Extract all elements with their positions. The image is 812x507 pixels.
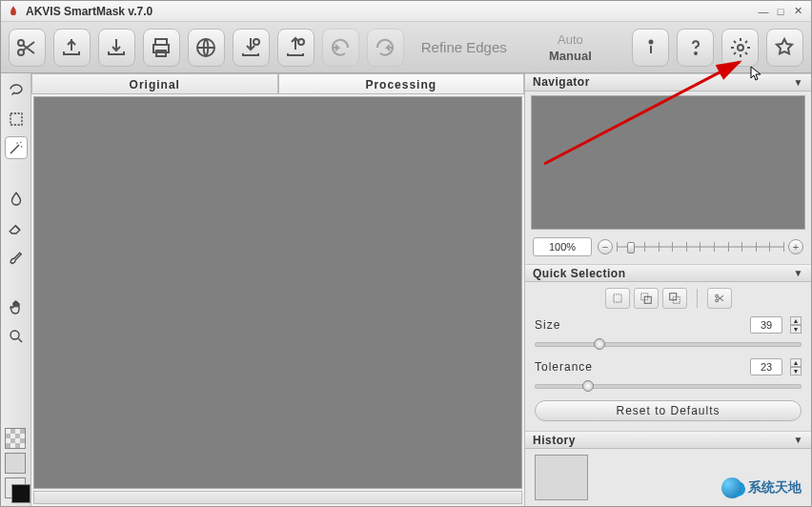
export-preset-button[interactable] bbox=[277, 29, 315, 67]
svg-point-12 bbox=[10, 331, 19, 339]
background-swatch[interactable] bbox=[5, 453, 26, 474]
right-panel: Navigator ▼ 100% − + Quick Selection ▼ bbox=[525, 73, 811, 506]
reset-defaults-button[interactable]: Reset to Defaults bbox=[535, 400, 802, 421]
tolerance-spinner[interactable]: ▲▼ bbox=[790, 358, 802, 375]
history-thumbnail[interactable] bbox=[535, 455, 588, 500]
navigator-header[interactable]: Navigator ▼ bbox=[525, 73, 811, 91]
lasso-tool[interactable] bbox=[5, 79, 28, 102]
size-value[interactable]: 39 bbox=[750, 316, 782, 334]
tab-processing[interactable]: Processing bbox=[278, 73, 525, 94]
svg-point-7 bbox=[298, 39, 304, 45]
redo-button[interactable] bbox=[367, 29, 404, 67]
zoom-slider-thumb[interactable] bbox=[627, 242, 635, 254]
foreground-swatch[interactable] bbox=[5, 477, 26, 498]
favorite-button[interactable] bbox=[766, 29, 803, 67]
zoom-in-button[interactable]: + bbox=[788, 239, 803, 254]
mode-switch[interactable]: Auto Manual bbox=[524, 32, 617, 63]
zoom-out-button[interactable]: − bbox=[598, 239, 613, 254]
selection-cut-button[interactable] bbox=[707, 288, 732, 309]
app-logo-icon bbox=[7, 5, 20, 18]
history-title: History bbox=[533, 434, 576, 447]
navigator-title: Navigator bbox=[533, 75, 590, 89]
print-button[interactable] bbox=[143, 29, 180, 67]
help-button[interactable] bbox=[677, 29, 714, 67]
quick-selection-title: Quick Selection bbox=[533, 267, 626, 280]
hand-tool[interactable] bbox=[5, 296, 28, 319]
view-tabs: Original Processing bbox=[31, 73, 524, 94]
refine-edges-button[interactable]: Refine Edges bbox=[412, 39, 517, 55]
canvas-area: Original Processing bbox=[31, 73, 525, 506]
main-toolbar: Refine Edges Auto Manual bbox=[1, 22, 811, 73]
selection-add-button[interactable] bbox=[634, 288, 659, 309]
history-header[interactable]: History ▼ bbox=[525, 431, 811, 449]
chevron-down-icon: ▼ bbox=[794, 268, 803, 278]
minimize-button[interactable]: — bbox=[756, 5, 771, 18]
settings-button[interactable] bbox=[721, 29, 759, 67]
swatch-group bbox=[5, 428, 28, 498]
navigator-view[interactable] bbox=[531, 95, 805, 230]
zoom-tool[interactable] bbox=[5, 325, 28, 348]
window-title: AKVIS SmartMask v.7.0 bbox=[26, 5, 754, 18]
import-preset-button[interactable] bbox=[233, 29, 270, 67]
tolerance-label: Tolerance bbox=[535, 360, 742, 374]
zoom-slider[interactable] bbox=[617, 240, 784, 254]
magic-wand-tool[interactable] bbox=[5, 136, 28, 159]
svg-point-8 bbox=[649, 40, 652, 43]
marquee-tool[interactable] bbox=[5, 108, 28, 131]
history-body bbox=[525, 449, 811, 506]
tool-strip bbox=[1, 73, 31, 506]
svg-point-9 bbox=[695, 52, 697, 54]
svg-rect-13 bbox=[613, 294, 620, 302]
scissors-button[interactable] bbox=[9, 29, 46, 67]
horizontal-scrollbar[interactable] bbox=[33, 491, 522, 504]
size-label: Size bbox=[535, 318, 742, 332]
save-button[interactable] bbox=[98, 29, 135, 67]
brush-tool[interactable] bbox=[5, 245, 28, 268]
svg-point-6 bbox=[254, 39, 259, 45]
eraser-tool[interactable] bbox=[5, 216, 28, 239]
quick-selection-body: Size 39 ▲▼ Tolerance 23 ▲▼ Reset to Defa… bbox=[525, 282, 811, 431]
mode-auto[interactable]: Auto bbox=[524, 32, 617, 47]
tolerance-value[interactable]: 23 bbox=[750, 358, 782, 375]
close-button[interactable]: ✕ bbox=[790, 5, 805, 18]
canvas[interactable] bbox=[33, 96, 522, 489]
tolerance-slider[interactable] bbox=[535, 377, 802, 393]
zoom-value[interactable]: 100% bbox=[533, 237, 592, 256]
mode-manual[interactable]: Manual bbox=[524, 49, 617, 63]
open-button[interactable] bbox=[53, 29, 91, 67]
transparency-swatch[interactable] bbox=[5, 428, 26, 449]
info-button[interactable] bbox=[632, 29, 669, 67]
zoom-controls: 100% − + bbox=[525, 233, 811, 264]
maximize-button[interactable]: □ bbox=[773, 5, 788, 18]
drop-tool[interactable] bbox=[5, 188, 28, 211]
chevron-down-icon: ▼ bbox=[794, 435, 803, 445]
selection-subtract-button[interactable] bbox=[662, 288, 687, 309]
tab-original[interactable]: Original bbox=[31, 73, 278, 94]
selection-new-button[interactable] bbox=[605, 288, 630, 309]
quick-selection-header[interactable]: Quick Selection ▼ bbox=[525, 264, 811, 282]
size-slider[interactable] bbox=[535, 335, 802, 351]
svg-point-10 bbox=[738, 45, 743, 51]
size-spinner[interactable]: ▲▼ bbox=[790, 316, 802, 334]
undo-button[interactable] bbox=[322, 29, 359, 67]
chevron-down-icon: ▼ bbox=[794, 77, 803, 88]
publish-button[interactable] bbox=[188, 29, 225, 67]
titlebar: AKVIS SmartMask v.7.0 — □ ✕ bbox=[1, 1, 811, 22]
svg-rect-11 bbox=[10, 113, 22, 125]
